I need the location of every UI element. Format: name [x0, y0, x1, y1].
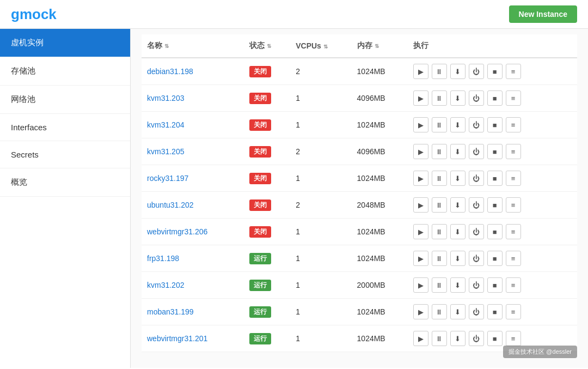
play-button[interactable]: ▶: [413, 90, 428, 106]
col-header-vcpus[interactable]: VCPUs⇅: [290, 34, 351, 58]
stop-button[interactable]: ■: [487, 304, 503, 319]
pause-button[interactable]: ⏸: [432, 117, 447, 132]
instance-name-link[interactable]: webvirtmgr31.201: [147, 334, 207, 343]
power-button[interactable]: ⏻: [469, 171, 484, 186]
sort-icon-status: ⇅: [267, 43, 271, 49]
pause-button[interactable]: ⏸: [432, 304, 447, 319]
download-button[interactable]: ⬇: [450, 331, 465, 346]
play-button[interactable]: ▶: [413, 251, 428, 266]
sidebar-item-storage[interactable]: 存储池: [0, 57, 130, 86]
instance-name-link[interactable]: kvm31.202: [147, 281, 184, 289]
pause-button[interactable]: ⏸: [432, 224, 447, 239]
play-button[interactable]: ▶: [413, 117, 428, 132]
stop-button[interactable]: ■: [487, 64, 503, 79]
stop-button[interactable]: ■: [487, 331, 503, 346]
instance-name-link[interactable]: webvirtmgr31.206: [147, 227, 207, 236]
power-button[interactable]: ⏻: [469, 90, 484, 106]
power-button[interactable]: ⏻: [469, 117, 484, 132]
pause-button[interactable]: ⏸: [432, 331, 447, 346]
power-button[interactable]: ⏻: [469, 64, 484, 79]
download-button[interactable]: ⬇: [450, 144, 465, 159]
stop-button[interactable]: ■: [487, 251, 503, 266]
download-button[interactable]: ⬇: [450, 224, 465, 239]
play-button[interactable]: ▶: [413, 171, 428, 186]
stop-button[interactable]: ■: [487, 277, 503, 293]
menu-button[interactable]: ≡: [506, 224, 521, 239]
menu-button[interactable]: ≡: [506, 277, 521, 293]
download-button[interactable]: ⬇: [450, 277, 465, 293]
table-row: kvm31.203关闭14096MB▶⏸⬇⏻■≡: [142, 85, 577, 112]
instance-name-link[interactable]: debian31.198: [147, 67, 193, 76]
power-button[interactable]: ⏻: [469, 144, 484, 159]
stop-button[interactable]: ■: [487, 90, 503, 106]
power-button[interactable]: ⏻: [469, 277, 484, 293]
power-button[interactable]: ⏻: [469, 197, 484, 213]
instance-name-link[interactable]: ubuntu31.202: [147, 201, 194, 209]
table-row: rocky31.197关闭11024MB▶⏸⬇⏻■≡: [142, 165, 577, 192]
stop-button[interactable]: ■: [487, 171, 503, 186]
play-button[interactable]: ▶: [413, 197, 428, 213]
instance-name-link[interactable]: frp31.198: [147, 254, 179, 263]
memory-cell: 1024MB: [352, 112, 408, 138]
download-button[interactable]: ⬇: [450, 197, 465, 213]
stop-button[interactable]: ■: [487, 224, 503, 239]
menu-button[interactable]: ≡: [506, 251, 521, 266]
power-button[interactable]: ⏻: [469, 331, 484, 346]
pause-button[interactable]: ⏸: [432, 277, 447, 293]
play-button[interactable]: ▶: [413, 277, 428, 293]
table-row: kvm31.202运行12000MB▶⏸⬇⏻■≡: [142, 272, 577, 299]
download-button[interactable]: ⬇: [450, 117, 465, 132]
pause-button[interactable]: ⏸: [432, 171, 447, 186]
pause-button[interactable]: ⏸: [432, 144, 447, 159]
new-instance-button[interactable]: New Instance: [509, 5, 577, 23]
col-header-actions: 执行: [408, 34, 577, 58]
play-button[interactable]: ▶: [413, 64, 428, 79]
sidebar-item-network[interactable]: 网络池: [0, 86, 130, 114]
sidebar-item-secrets[interactable]: Secrets: [0, 141, 130, 168]
play-button[interactable]: ▶: [413, 331, 428, 346]
pause-button[interactable]: ⏸: [432, 64, 447, 79]
menu-button[interactable]: ≡: [506, 144, 521, 159]
menu-button[interactable]: ≡: [506, 197, 521, 213]
pause-button[interactable]: ⏸: [432, 90, 447, 106]
instance-name-link[interactable]: kvm31.205: [147, 147, 184, 156]
pause-button[interactable]: ⏸: [432, 197, 447, 213]
power-button[interactable]: ⏻: [469, 304, 484, 319]
status-badge: 关闭: [249, 93, 271, 104]
status-badge: 运行: [249, 253, 271, 264]
stop-button[interactable]: ■: [487, 197, 503, 213]
play-button[interactable]: ▶: [413, 304, 428, 319]
status-badge: 关闭: [249, 173, 271, 184]
action-icons: ▶⏸⬇⏻■≡: [413, 197, 572, 213]
stop-button[interactable]: ■: [487, 144, 503, 159]
col-header-memory[interactable]: 内存⇅: [352, 34, 408, 58]
download-button[interactable]: ⬇: [450, 64, 465, 79]
instance-name-link[interactable]: kvm31.204: [147, 120, 184, 129]
power-button[interactable]: ⏻: [469, 224, 484, 239]
col-header-status[interactable]: 状态⇅: [244, 34, 291, 58]
pause-button[interactable]: ⏸: [432, 251, 447, 266]
download-button[interactable]: ⬇: [450, 90, 465, 106]
action-icons: ▶⏸⬇⏻■≡: [413, 144, 572, 159]
menu-button[interactable]: ≡: [506, 117, 521, 132]
instance-name-link[interactable]: moban31.199: [147, 307, 194, 316]
download-button[interactable]: ⬇: [450, 304, 465, 319]
menu-button[interactable]: ≡: [506, 64, 521, 79]
instance-name-link[interactable]: kvm31.203: [147, 94, 184, 102]
play-button[interactable]: ▶: [413, 224, 428, 239]
sidebar-item-overview[interactable]: 概览: [0, 168, 130, 197]
sidebar-item-vm[interactable]: 虚机实例: [0, 29, 130, 57]
instance-name-link[interactable]: rocky31.197: [147, 174, 188, 183]
download-button[interactable]: ⬇: [450, 251, 465, 266]
power-button[interactable]: ⏻: [469, 251, 484, 266]
menu-button[interactable]: ≡: [506, 304, 521, 319]
col-header-name[interactable]: 名称⇅: [142, 34, 244, 58]
memory-cell: 2000MB: [352, 272, 408, 299]
play-button[interactable]: ▶: [413, 144, 428, 159]
download-button[interactable]: ⬇: [450, 171, 465, 186]
menu-button[interactable]: ≡: [506, 171, 521, 186]
sidebar-item-interfaces[interactable]: Interfaces: [0, 114, 130, 141]
stop-button[interactable]: ■: [487, 117, 503, 132]
menu-button[interactable]: ≡: [506, 90, 521, 106]
menu-button[interactable]: ≡: [506, 331, 521, 346]
